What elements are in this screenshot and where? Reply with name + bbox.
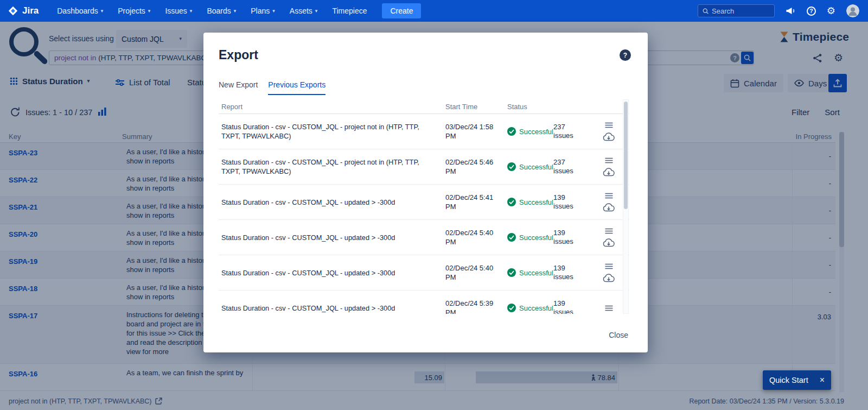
nav-menu: Dashboards▾ Projects▾ Issues▾ Boards▾ Pl…	[57, 7, 367, 15]
exports-table-header: Report Start Time Status	[219, 99, 629, 114]
export-report-name: Status Duration - csv - CUSTOM_JQL - upd…	[221, 233, 445, 242]
modal-scrollbar-thumb[interactable]	[624, 102, 628, 209]
search-icon	[703, 8, 709, 15]
chevron-down-icon: ▾	[315, 9, 318, 14]
top-nav: Jira Dashboards▾ Projects▾ Issues▾ Board…	[0, 0, 868, 22]
export-status: Successful	[507, 198, 553, 206]
export-status: Successful	[507, 162, 553, 171]
download-cloud-icon[interactable]	[603, 274, 615, 282]
success-check-icon	[507, 162, 516, 171]
nav-item-issues[interactable]: Issues▾	[165, 7, 192, 15]
download-cloud-icon[interactable]	[603, 238, 615, 247]
nav-item-plans[interactable]: Plans▾	[251, 7, 275, 15]
close-icon[interactable]: ×	[820, 375, 825, 385]
row-menu-icon[interactable]	[605, 305, 613, 311]
export-issue-count: 139 issues	[553, 193, 578, 211]
success-check-icon	[507, 304, 516, 312]
export-row: Status Duration - csv - CUSTOM_JQL - pro…	[219, 114, 629, 149]
nav-search-input[interactable]	[712, 7, 770, 15]
column-report: Report	[221, 103, 445, 111]
export-modal: Export ? New Export Previous Exports Rep…	[203, 33, 648, 352]
chevron-down-icon: ▾	[234, 9, 237, 14]
modal-scrollbar[interactable]	[623, 99, 629, 314]
nav-item-dashboards[interactable]: Dashboards▾	[57, 7, 103, 15]
success-check-icon	[507, 198, 516, 206]
download-cloud-icon[interactable]	[603, 133, 615, 141]
download-cloud-icon[interactable]	[603, 203, 615, 212]
export-start-time: 02/Dec/24 5:46 PM	[445, 157, 497, 176]
export-start-time: 02/Dec/24 5:40 PM	[445, 228, 497, 247]
nav-item-boards[interactable]: Boards▾	[207, 7, 236, 15]
export-issue-count: 237 issues	[553, 123, 578, 140]
download-cloud-icon[interactable]	[603, 168, 615, 176]
tab-previous-exports[interactable]: Previous Exports	[268, 80, 326, 95]
quick-start-button[interactable]: Quick Start ×	[763, 370, 831, 390]
settings-gear-icon[interactable]: ⚙	[827, 6, 835, 16]
export-report-name: Status Duration - csv - CUSTOM_JQL - pro…	[221, 157, 445, 176]
success-check-icon	[507, 233, 516, 242]
announcements-icon[interactable]	[786, 7, 796, 15]
export-row: Status Duration - csv - CUSTOM_JQL - upd…	[219, 220, 629, 255]
export-row: Status Duration - csv - CUSTOM_JQL - upd…	[219, 185, 629, 220]
row-menu-icon[interactable]	[605, 263, 613, 269]
avatar-person-icon	[846, 4, 859, 17]
chevron-down-icon: ▾	[148, 9, 151, 14]
jira-logo-text: Jira	[22, 5, 39, 16]
export-status: Successful	[507, 233, 553, 242]
export-status: Successful	[507, 304, 553, 312]
avatar[interactable]	[846, 4, 859, 17]
modal-title: Export	[219, 48, 258, 62]
success-check-icon	[507, 127, 516, 136]
nav-right: ? ⚙	[698, 4, 859, 17]
chevron-down-icon: ▾	[272, 9, 275, 14]
export-row: Status Duration - csv - CUSTOM_JQL - upd…	[219, 291, 629, 314]
modal-tabs: New Export Previous Exports	[219, 80, 326, 95]
close-button[interactable]: Close	[609, 331, 628, 339]
row-menu-icon[interactable]	[605, 228, 613, 234]
export-status: Successful	[507, 268, 553, 277]
tab-new-export[interactable]: New Export	[219, 80, 258, 95]
export-report-name: Status Duration - csv - CUSTOM_JQL - upd…	[221, 268, 445, 277]
export-row: Status Duration - csv - CUSTOM_JQL - upd…	[219, 255, 629, 291]
nav-search[interactable]	[698, 4, 775, 17]
nav-item-timepiece[interactable]: Timepiece	[332, 7, 367, 15]
export-start-time: 02/Dec/24 5:41 PM	[445, 193, 497, 211]
export-issue-count: 139 issues	[553, 264, 578, 281]
export-row: Status Duration - csv - CUSTOM_JQL - pro…	[219, 149, 629, 185]
export-start-time: 02/Dec/24 5:40 PM	[445, 263, 497, 282]
row-menu-icon[interactable]	[605, 122, 613, 128]
row-menu-icon[interactable]	[605, 193, 613, 199]
export-report-name: Status Duration - csv - CUSTOM_JQL - upd…	[221, 198, 445, 207]
export-start-time: 02/Dec/24 5:39 PM	[445, 299, 497, 314]
jira-logo-icon	[8, 5, 18, 16]
column-status: Status	[507, 103, 553, 111]
nav-item-projects[interactable]: Projects▾	[118, 7, 150, 15]
export-issue-count: 139 issues	[553, 299, 578, 314]
export-issue-count: 139 issues	[553, 229, 578, 246]
help-icon[interactable]: ?	[807, 7, 816, 16]
chevron-down-icon: ▾	[101, 9, 104, 14]
modal-help-icon[interactable]: ?	[620, 49, 631, 61]
nav-item-assets[interactable]: Assets▾	[290, 7, 318, 15]
jira-logo[interactable]: Jira	[8, 5, 39, 16]
row-menu-icon[interactable]	[605, 157, 613, 163]
export-issue-count: 237 issues	[553, 158, 578, 175]
chevron-down-icon: ▾	[190, 9, 193, 14]
success-check-icon	[507, 268, 516, 277]
export-status: Successful	[507, 127, 553, 136]
exports-table: Report Start Time Status Status Duration…	[219, 99, 629, 314]
create-button[interactable]: Create	[382, 3, 421, 18]
export-report-name: Status Duration - csv - CUSTOM_JQL - pro…	[221, 122, 445, 141]
export-report-name: Status Duration - csv - CUSTOM_JQL - upd…	[221, 304, 445, 313]
column-start-time: Start Time	[445, 103, 507, 111]
export-start-time: 03/Dec/24 1:58 PM	[445, 122, 497, 141]
